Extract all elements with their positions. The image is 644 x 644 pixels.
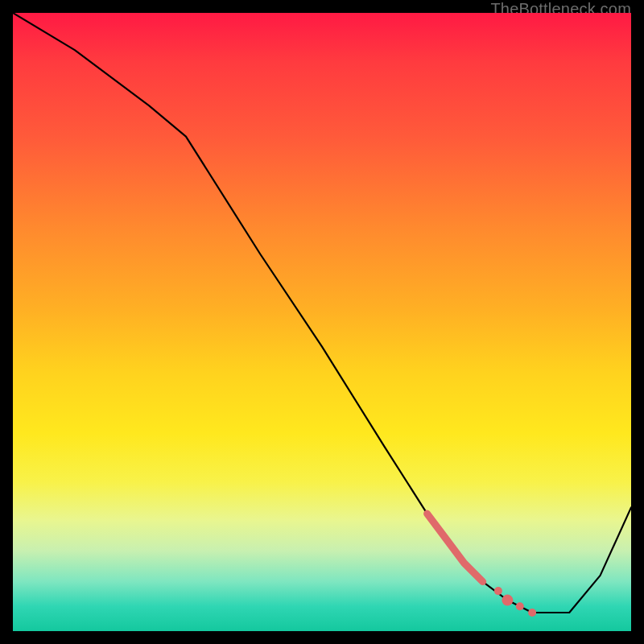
highlight-dots bbox=[494, 587, 536, 617]
highlight-band bbox=[427, 514, 483, 582]
chart-container: TheBottleneck.com bbox=[0, 0, 644, 644]
highlight-dot bbox=[494, 587, 502, 595]
plot-area bbox=[13, 13, 631, 631]
highlight-dot bbox=[528, 609, 536, 617]
curve-path bbox=[13, 13, 631, 613]
highlight-dot bbox=[502, 595, 513, 606]
highlight-dot bbox=[516, 602, 524, 610]
chart-svg bbox=[13, 13, 631, 631]
